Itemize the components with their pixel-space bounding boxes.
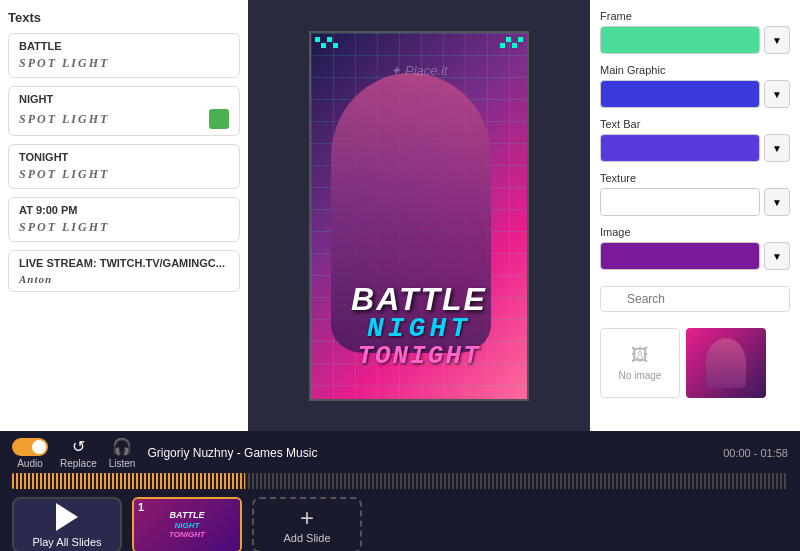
text-item-battle[interactable]: BATTLE SPOT LIGHT xyxy=(8,33,240,78)
text-style-time: SPOT LIGHT xyxy=(19,220,229,235)
slide-number: 1 xyxy=(138,501,144,513)
listen-btn[interactable]: 🎧 Listen xyxy=(109,437,136,469)
text-item-tonight[interactable]: TONIGHT SPOT LIGHT xyxy=(8,144,240,189)
audio-toggle-btn[interactable]: Audio xyxy=(12,438,48,469)
audio-toggle-pill xyxy=(12,438,48,456)
image-thumb-1[interactable] xyxy=(686,328,766,398)
canvas-area: ✦ Place.it BATTLE NIGHT TONIGHT xyxy=(248,0,590,431)
text-label-night: NIGHT xyxy=(19,93,229,105)
right-panel: Frame ▼ Main Graphic ▼ Text Bar ▼ Textur… xyxy=(590,0,800,431)
image-swatch[interactable] xyxy=(600,242,760,270)
image-picker: ▼ xyxy=(600,242,790,270)
pixel xyxy=(506,43,511,48)
texture-label: Texture xyxy=(600,172,790,184)
frame-swatch[interactable] xyxy=(600,26,760,54)
replace-label: Replace xyxy=(60,458,97,469)
listen-icon: 🎧 xyxy=(112,437,132,456)
pixel xyxy=(321,37,326,42)
add-slide-label: Add Slide xyxy=(283,532,330,544)
add-icon: + xyxy=(300,506,314,530)
frame-color-row: Frame ▼ xyxy=(600,10,790,54)
text-item-time[interactable]: AT 9:00 PM SPOT LIGHT xyxy=(8,197,240,242)
canvas-watermark: ✦ Place.it xyxy=(390,63,447,78)
texture-dropdown-btn[interactable]: ▼ xyxy=(764,188,790,216)
pixel xyxy=(327,43,332,48)
play-all-icon xyxy=(56,503,78,531)
text-bar-label: Text Bar xyxy=(600,118,790,130)
search-wrapper: 🔍 xyxy=(600,280,790,320)
texture-color-row: Texture ▼ xyxy=(600,172,790,216)
pixel xyxy=(518,43,523,48)
search-input[interactable] xyxy=(600,286,790,312)
text-bar-swatch[interactable] xyxy=(600,134,760,162)
no-image-label: No image xyxy=(619,370,662,381)
bottom-bar: Audio ↺ Replace 🎧 Listen Grigoriy Nuzhny… xyxy=(0,431,800,551)
text-style-tonight: SPOT LIGHT xyxy=(19,167,229,182)
no-image-thumb[interactable]: 🖼 No image xyxy=(600,328,680,398)
pixel xyxy=(512,37,517,42)
pixel xyxy=(500,37,505,42)
text-bar-color-row: Text Bar ▼ xyxy=(600,118,790,162)
text-style-battle: SPOT LIGHT xyxy=(19,56,229,71)
slide-thumb-inner: BATTLE NIGHT TONIGHT xyxy=(134,499,240,551)
waveform-progress xyxy=(12,473,245,489)
pixel xyxy=(500,43,505,48)
main-graphic-swatch[interactable] xyxy=(600,80,760,108)
replace-icon: ↺ xyxy=(72,437,85,456)
replace-btn[interactable]: ↺ Replace xyxy=(60,437,97,469)
frame-label: Frame xyxy=(600,10,790,22)
track-time: 00:00 - 01:58 xyxy=(723,447,788,459)
listen-label: Listen xyxy=(109,458,136,469)
text-label-battle: BATTLE xyxy=(19,40,229,52)
image-label: Image xyxy=(600,226,790,238)
canvas-text-overlay: BATTLE NIGHT TONIGHT xyxy=(311,283,527,369)
slide-thumb-1[interactable]: 1 BATTLE NIGHT TONIGHT xyxy=(132,497,242,551)
font-name-time: SPOT LIGHT xyxy=(19,220,109,235)
pixel xyxy=(333,43,338,48)
text-item-night[interactable]: NIGHT SPOT LIGHT xyxy=(8,86,240,136)
text-bar-dropdown-btn[interactable]: ▼ xyxy=(764,134,790,162)
main-graphic-label: Main Graphic xyxy=(600,64,790,76)
waveform[interactable] xyxy=(12,473,788,489)
play-all-button[interactable]: Play All Slides xyxy=(12,497,122,551)
text-item-livestream[interactable]: LIVE STREAM: TWITCH.TV/GAMINGC... Anton xyxy=(8,250,240,292)
font-name-tonight: SPOT LIGHT xyxy=(19,167,109,182)
frame-dropdown-btn[interactable]: ▼ xyxy=(764,26,790,54)
audio-label: Audio xyxy=(17,458,43,469)
text-style-livestream: Anton xyxy=(19,273,229,285)
play-all-label: Play All Slides xyxy=(32,536,101,548)
canvas-text-night: NIGHT xyxy=(311,315,527,343)
font-name-night: SPOT LIGHT xyxy=(19,112,109,127)
canvas-wrapper: ✦ Place.it BATTLE NIGHT TONIGHT xyxy=(309,31,529,401)
track-name: Grigoriy Nuzhny - Games Music xyxy=(147,446,705,460)
texture-swatch[interactable] xyxy=(600,188,760,216)
text-label-time: AT 9:00 PM xyxy=(19,204,229,216)
text-bar-picker: ▼ xyxy=(600,134,790,162)
font-name-livestream: Anton xyxy=(19,273,52,285)
pixel xyxy=(315,43,320,48)
left-panel: Texts BATTLE SPOT LIGHT NIGHT SPOT LIGHT… xyxy=(0,0,248,431)
font-name-battle: SPOT LIGHT xyxy=(19,56,109,71)
canvas-text-battle: BATTLE xyxy=(311,283,527,315)
pixel xyxy=(518,37,523,42)
main-graphic-color-row: Main Graphic ▼ xyxy=(600,64,790,108)
pixel xyxy=(321,43,326,48)
audio-controls-row: Audio ↺ Replace 🎧 Listen Grigoriy Nuzhny… xyxy=(0,431,800,473)
text-label-tonight: TONIGHT xyxy=(19,151,229,163)
main-graphic-picker: ▼ xyxy=(600,80,790,108)
pixel xyxy=(506,37,511,42)
text-label-livestream: LIVE STREAM: TWITCH.TV/GAMINGC... xyxy=(19,257,229,269)
night-active-indicator xyxy=(209,109,229,129)
main-graphic-dropdown-btn[interactable]: ▼ xyxy=(764,80,790,108)
pixel xyxy=(512,43,517,48)
add-slide-button[interactable]: + Add Slide xyxy=(252,497,362,551)
canvas: ✦ Place.it BATTLE NIGHT TONIGHT xyxy=(309,31,529,401)
slides-row: Play All Slides 1 BATTLE NIGHT TONIGHT +… xyxy=(0,493,800,551)
pixel-decoration-tr xyxy=(500,37,523,48)
texture-picker: ▼ xyxy=(600,188,790,216)
pixel xyxy=(333,37,338,42)
image-dropdown-btn[interactable]: ▼ xyxy=(764,242,790,270)
pixel xyxy=(327,37,332,42)
frame-picker: ▼ xyxy=(600,26,790,54)
image-color-row: Image ▼ xyxy=(600,226,790,270)
